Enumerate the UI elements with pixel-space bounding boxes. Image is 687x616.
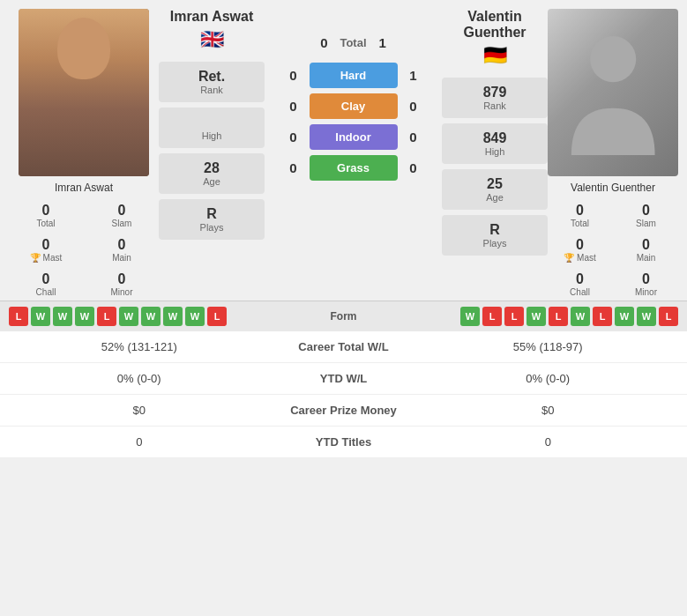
right-slam-label: Slam <box>616 219 676 228</box>
clay-score-right: 0 <box>405 99 422 114</box>
stat-left-value: 0 <box>14 435 265 449</box>
right-rank-value: 879 <box>454 85 535 100</box>
left-chall-cell: 0 Chall <box>9 268 83 301</box>
left-main-cell: 0 Main <box>85 234 159 266</box>
left-rank-value: Ret. <box>171 69 252 85</box>
player-left-photo <box>19 9 149 176</box>
form-badge-left: L <box>9 307 28 326</box>
left-age-box: 28 Age <box>159 153 265 194</box>
left-total-value: 0 <box>11 203 81 219</box>
player-left-name: Imran Aswat <box>55 182 113 194</box>
right-slam-value: 0 <box>616 203 676 219</box>
right-plays-value: R <box>454 222 535 238</box>
indoor-score-left: 0 <box>285 130 302 145</box>
player-right-silhouette <box>548 9 678 176</box>
player-left-card: Imran Aswat 0 Total 0 Slam 0 🏆 Mast <box>9 9 159 301</box>
hard-score-right: 1 <box>405 68 422 83</box>
player-left-flag: 🇬🇧 <box>200 28 224 51</box>
grass-score-left: 0 <box>285 160 302 175</box>
left-main-label: Main <box>86 253 157 263</box>
left-high-label: High <box>171 130 252 141</box>
left-chall-value: 0 <box>11 271 81 287</box>
stat-left-value: 52% (131-121) <box>14 340 265 353</box>
grass-row: 0 Grass 0 <box>265 155 442 181</box>
right-total-cell: 0 Total <box>548 199 612 232</box>
left-plays-value: R <box>171 206 252 222</box>
stat-center-label: YTD Titles <box>265 435 423 449</box>
form-badge-right: L <box>549 307 568 326</box>
left-minor-value: 0 <box>86 271 157 287</box>
right-high-value: 849 <box>454 130 535 146</box>
hard-score-left: 0 <box>285 68 302 83</box>
career-stat-row: 0% (0-0)YTD W/L0% (0-0) <box>0 363 687 395</box>
form-badge-left: W <box>31 307 50 326</box>
right-chall-label: Chall <box>549 287 610 297</box>
left-plays-box: R Plays <box>159 199 265 240</box>
left-rank-box: Ret. Rank <box>159 62 265 102</box>
player-right-name: Valentin Guenther <box>571 182 655 194</box>
indoor-row: 0 Indoor 0 <box>265 124 442 150</box>
stat-left-value: $0 <box>14 404 265 417</box>
right-age-label: Age <box>454 192 535 203</box>
left-high-box: High <box>159 108 265 148</box>
form-badge-left: L <box>97 307 116 326</box>
left-rank-label: Rank <box>171 85 252 95</box>
clay-score-left: 0 <box>285 99 302 114</box>
right-main-value: 0 <box>616 237 676 253</box>
trophy-icon-right: 🏆 <box>564 253 574 263</box>
stat-center-label: Career Total W/L <box>265 340 423 353</box>
left-minor-cell: 0 Minor <box>85 268 159 301</box>
stat-right-value: 55% (118-97) <box>423 340 674 353</box>
right-mast-value: 0 <box>549 237 610 253</box>
right-main-cell: 0 Main <box>614 234 678 266</box>
form-badge-right: W <box>571 307 590 326</box>
form-badges-left: LWWWLWWWWL <box>9 307 303 326</box>
total-label: Total <box>340 36 366 49</box>
left-slam-cell: 0 Slam <box>85 199 159 232</box>
silhouette-svg <box>561 26 665 160</box>
right-rank-label: Rank <box>454 100 535 111</box>
right-total-value: 0 <box>549 203 610 219</box>
grass-button[interactable]: Grass <box>310 155 398 181</box>
player-right-stats: 0 Total 0 Slam 0 🏆 Mast 0 Main <box>548 199 678 301</box>
total-score-left: 0 <box>315 35 332 50</box>
left-age-label: Age <box>171 176 252 187</box>
hard-row: 0 Hard 1 <box>265 63 442 88</box>
left-total-label: Total <box>11 219 81 228</box>
right-chall-cell: 0 Chall <box>548 268 612 301</box>
right-main-label: Main <box>616 253 676 263</box>
form-label: Form <box>309 310 379 323</box>
right-high-label: High <box>454 146 535 157</box>
right-age-box: 25 Age <box>442 169 548 210</box>
form-badge-right: W <box>460 307 480 326</box>
surface-scores-column: 0 Total 1 0 Hard 1 0 Clay 0 0 Indoor 0 <box>265 9 442 184</box>
left-minor-label: Minor <box>86 287 157 297</box>
trophy-icon-left: 🏆 <box>30 253 41 263</box>
form-badge-right: W <box>526 307 546 326</box>
career-stats-section: 52% (131-121)Career Total W/L55% (118-97… <box>0 331 687 458</box>
right-rank-box: 879 Rank <box>442 78 548 118</box>
right-slam-cell: 0 Slam <box>614 199 678 232</box>
player-left-center-info: Imran Aswat 🇬🇧 Ret. Rank High 28 Age R P… <box>159 9 265 240</box>
career-stat-row: 52% (131-121)Career Total W/L55% (118-97… <box>0 331 687 363</box>
clay-button[interactable]: Clay <box>310 93 398 119</box>
form-badge-left: W <box>119 307 138 326</box>
left-total-cell: 0 Total <box>9 199 83 232</box>
stat-right-value: $0 <box>423 404 674 417</box>
clay-row: 0 Clay 0 <box>265 93 442 119</box>
stat-center-label: Career Prize Money <box>265 404 423 417</box>
hard-button[interactable]: Hard <box>310 63 398 88</box>
left-plays-label: Plays <box>171 222 252 233</box>
right-total-label: Total <box>549 219 610 228</box>
svg-point-0 <box>590 36 636 82</box>
form-section: LWWWLWWWWL Form WLLWLWLWWL <box>0 301 687 331</box>
right-plays-label: Plays <box>454 238 535 249</box>
career-stat-row: $0Career Prize Money$0 <box>0 395 687 427</box>
right-high-box: 849 High <box>442 123 548 164</box>
stat-left-value: 0% (0-0) <box>14 372 265 385</box>
grass-score-right: 0 <box>405 160 422 175</box>
form-badge-right: W <box>637 307 656 326</box>
form-badge-right: L <box>593 307 612 326</box>
stat-right-value: 0% (0-0) <box>423 372 674 385</box>
indoor-button[interactable]: Indoor <box>310 124 398 150</box>
